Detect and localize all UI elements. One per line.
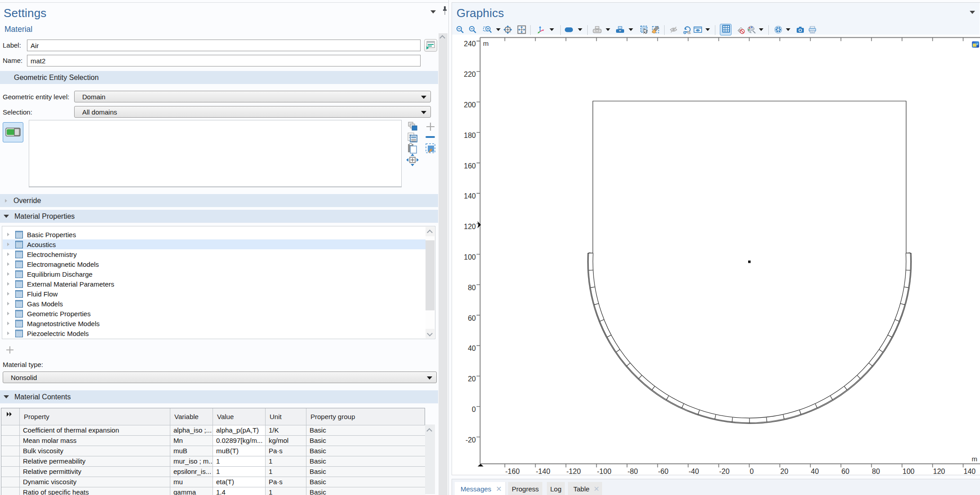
- svg-text:240: 240: [464, 40, 476, 48]
- svg-text:140: 140: [464, 192, 476, 200]
- svg-text:-100: -100: [597, 468, 612, 475]
- svg-text:-160: -160: [506, 468, 520, 475]
- svg-text:100: 100: [903, 468, 915, 475]
- svg-text:-20: -20: [719, 468, 730, 475]
- svg-text:80: 80: [468, 284, 476, 292]
- svg-text:100: 100: [464, 253, 476, 261]
- svg-text:-80: -80: [628, 468, 638, 475]
- svg-text:-120: -120: [567, 468, 581, 475]
- svg-text:20: 20: [780, 468, 789, 475]
- svg-text:40: 40: [811, 468, 819, 475]
- svg-text:60: 60: [842, 468, 850, 475]
- svg-text:40: 40: [468, 345, 476, 352]
- svg-text:220: 220: [464, 71, 476, 78]
- svg-text:m: m: [972, 455, 978, 463]
- svg-text:180: 180: [464, 132, 476, 139]
- svg-text:-40: -40: [689, 468, 699, 475]
- svg-text:0: 0: [750, 468, 754, 475]
- svg-text:60: 60: [468, 314, 476, 322]
- svg-text:m: m: [483, 40, 489, 47]
- svg-text:-60: -60: [658, 468, 669, 475]
- svg-text:160: 160: [464, 162, 476, 170]
- svg-text:120: 120: [464, 223, 476, 230]
- svg-text:-20: -20: [466, 436, 476, 444]
- svg-text:0: 0: [472, 406, 476, 413]
- svg-text:80: 80: [872, 468, 880, 475]
- svg-text:200: 200: [464, 101, 476, 109]
- svg-text:-140: -140: [536, 468, 550, 475]
- svg-text:140: 140: [964, 468, 976, 475]
- svg-text:120: 120: [933, 468, 945, 475]
- svg-text:20: 20: [468, 375, 476, 383]
